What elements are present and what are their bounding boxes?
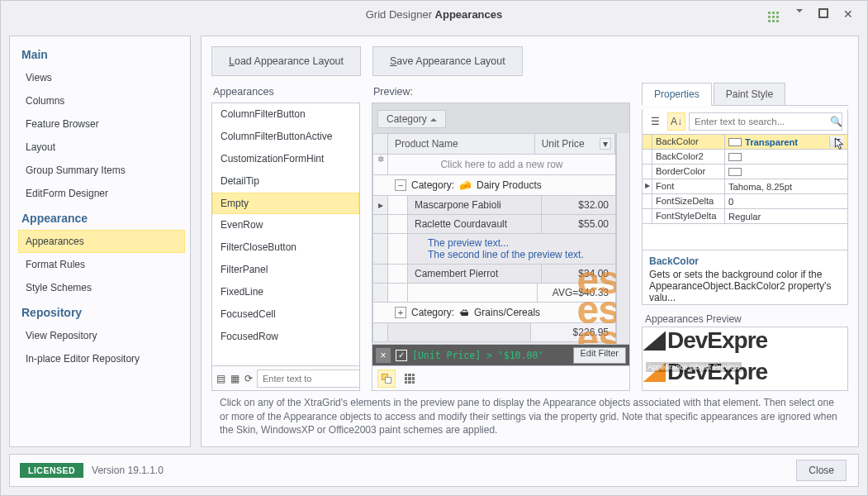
save-appearance-button[interactable]: Save Appearance Layout	[372, 46, 523, 76]
tab-paint-style[interactable]: Paint Style	[714, 83, 785, 105]
preview-mode-single-icon[interactable]	[377, 370, 396, 388]
appr-item-focused-row[interactable]: FocusedRow	[212, 326, 359, 348]
window-close-button[interactable]: ✕	[841, 8, 856, 20]
cell-name-1[interactable]: Mascarpone Fabioli	[408, 196, 542, 214]
select-filled-icon[interactable]: ▦	[230, 370, 240, 388]
prop-row-bordercolor[interactable]: BorderColor	[643, 165, 847, 179]
appr-item-column-filter-button[interactable]: ColumnFilterButton	[212, 103, 359, 126]
tab-properties[interactable]: Properties	[642, 83, 712, 106]
preview-grid[interactable]: Product Name Unit Price ▾	[372, 133, 616, 344]
data-row-3[interactable]: Camembert Pierrot $34.00	[372, 265, 616, 284]
nav-item-appearances[interactable]: Appearances	[18, 230, 185, 253]
prop-row-fontsizedelta[interactable]: FontSizeDelta 0	[643, 194, 847, 209]
property-description: BackColor Gets or sets the background co…	[643, 250, 847, 304]
row-preview-text: The preview text... The second line of t…	[372, 234, 616, 265]
cell-name-3[interactable]: Camembert Pierrot	[408, 265, 542, 283]
layout-buttons-row: Load Appearance Layout Save Appearance L…	[211, 46, 848, 76]
filter-close-icon[interactable]: ×	[376, 348, 391, 363]
appearances-search-input[interactable]	[257, 370, 360, 388]
nav-item-group-summary[interactable]: Group Summary Items	[18, 159, 185, 182]
appr-item-filter-close-button[interactable]: FilterCloseButton	[212, 236, 359, 259]
data-row-1[interactable]: ▸ Mascarpone Fabioli $32.00	[372, 196, 616, 215]
nav-item-views[interactable]: Views	[18, 66, 185, 89]
nav-item-columns[interactable]: Columns	[18, 89, 185, 112]
appearances-tools: ▤ ▦ ⟳ 🔍	[212, 365, 359, 390]
preview-mode-grid-icon[interactable]	[401, 370, 419, 388]
group2-value: Grains/Cereals	[474, 307, 540, 318]
title-suffix: Appearances	[435, 8, 503, 21]
main-pane: Load Appearance Layout Save Appearance L…	[201, 36, 859, 447]
appr-item-empty[interactable]: Empty	[212, 193, 359, 214]
nav-section-main: Main	[21, 48, 190, 61]
appr-item-even-row[interactable]: EvenRow	[212, 214, 359, 236]
preview-scrollbar[interactable]	[616, 133, 629, 344]
prop-row-backcolor[interactable]: BackColor Transparent	[643, 135, 847, 150]
properties-search-input[interactable]	[689, 112, 842, 131]
nav-section-appearance: Appearance	[21, 212, 190, 225]
title-prefix: Grid Designer	[366, 8, 432, 21]
data-row-2[interactable]: Raclette Courdavault $55.00	[372, 215, 616, 234]
prop-row-fontstyledelta[interactable]: FontStyleDelta Regular	[643, 209, 847, 224]
grouped-column-chip[interactable]: Category	[377, 110, 446, 128]
preview-tools	[372, 365, 629, 390]
col-price-label: Unit Price	[542, 138, 585, 150]
nav-item-view-repository[interactable]: View Repository	[18, 324, 185, 347]
sort-ascending-icon	[430, 115, 437, 122]
new-item-row[interactable]: ✲ Click here to add a new row	[372, 155, 616, 175]
close-button[interactable]: Close	[796, 460, 847, 481]
preview-label: Preview:	[373, 86, 630, 98]
color-dropdown-button[interactable]	[829, 136, 844, 147]
help-text: Click on any of the XtraGrid's elements …	[211, 391, 848, 436]
column-header-row: Product Name Unit Price ▾	[372, 133, 616, 155]
load-key: L	[229, 55, 235, 67]
maximize-button[interactable]	[816, 8, 831, 21]
property-grid[interactable]: BackColor Transparent	[643, 135, 847, 250]
appr-item-column-filter-button-active[interactable]: ColumnFilterButtonActive	[212, 126, 359, 148]
reset-icon[interactable]: ⟳	[244, 370, 254, 388]
app-menu-dropdown-icon[interactable]	[791, 8, 806, 20]
prop-val-backcolor: Transparent	[745, 137, 798, 147]
prop-key-backcolor: BackColor	[652, 135, 725, 149]
cell-price-2[interactable]: $55.00	[542, 215, 615, 233]
nav-item-style-schemes[interactable]: Style Schemes	[18, 276, 185, 299]
nav-item-inplace-editor-repo[interactable]: In-place Editor Repository	[18, 347, 185, 370]
column-unit-price[interactable]: Unit Price ▾	[535, 134, 615, 154]
navigator-pane: Main Views Columns Feature Browser Layou…	[9, 36, 191, 447]
expand-marker-icon[interactable]: ▶	[643, 179, 652, 193]
nav-item-format-rules[interactable]: Format Rules	[18, 253, 185, 276]
prop-row-backcolor2[interactable]: BackColor2	[643, 150, 847, 165]
cell-name-2[interactable]: Raclette Courdavault	[408, 215, 542, 233]
appr-item-filter-panel[interactable]: FilterPanel	[212, 259, 359, 281]
select-all-icon[interactable]: ▤	[216, 370, 226, 388]
collapse-icon[interactable]: −	[395, 179, 406, 191]
nav-item-layout[interactable]: Layout	[18, 136, 185, 159]
load-appearance-button[interactable]: Load Appearance Layout	[211, 46, 361, 76]
save-rest: ave Appearance Layout	[396, 55, 505, 67]
column-filter-icon[interactable]: ▾	[600, 138, 611, 150]
appr-item-fixed-line[interactable]: FixedLine	[212, 281, 359, 303]
group-summary-row: AVG=$40.33	[372, 284, 616, 303]
categorize-icon[interactable]: ☰	[646, 112, 664, 131]
nav-item-editform-designer[interactable]: EditForm Designer	[18, 182, 185, 205]
group-row-grains[interactable]: + Category: 🛳 Grains/Cereals	[372, 303, 616, 323]
expand-icon[interactable]: +	[395, 307, 406, 318]
column-product-name[interactable]: Product Name	[388, 134, 535, 154]
nav-item-feature-browser[interactable]: Feature Browser	[18, 112, 185, 136]
edit-filter-button[interactable]: Edit Filter	[573, 347, 626, 364]
alphabetical-icon[interactable]: A↓	[667, 112, 685, 131]
appr-item-customization-form-hint[interactable]: CustomizationFormHint	[212, 148, 359, 170]
group-row-dairy[interactable]: − Category: 🧀 Dairy Products	[372, 175, 616, 196]
search-icon[interactable]: 🔍	[828, 113, 844, 130]
app-menu-icon[interactable]	[766, 5, 781, 23]
version-label: Version 19.1.1.0	[92, 465, 164, 476]
appr-item-focused-cell[interactable]: FocusedCell	[212, 303, 359, 326]
preview-line-2: The second line of the preview text.	[428, 249, 609, 260]
appearances-list[interactable]: ColumnFilterButton ColumnFilterButtonAct…	[212, 103, 359, 365]
cell-price-3[interactable]: $34.00	[542, 265, 615, 283]
prop-row-font[interactable]: ▶ Font Tahoma, 8.25pt	[643, 179, 847, 194]
properties-toolbar: ☰ A↓ 🔍	[643, 109, 847, 135]
appr-item-detail-tip[interactable]: DetailTip	[212, 170, 359, 193]
filter-checkbox[interactable]: ✓	[396, 350, 407, 361]
cell-price-1[interactable]: $32.00	[542, 196, 615, 214]
desc-title: BackColor	[649, 255, 841, 267]
